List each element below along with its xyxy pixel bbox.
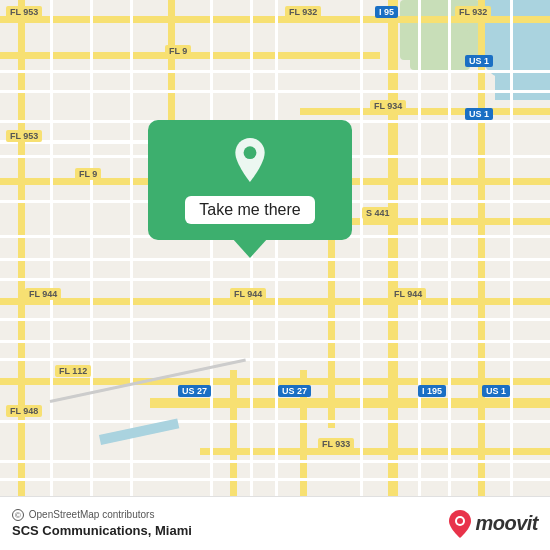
street-v7 xyxy=(360,0,363,500)
moovit-pin-icon xyxy=(449,510,471,538)
label-i95-1: I 95 xyxy=(375,6,398,18)
street-v9 xyxy=(448,0,451,500)
bottom-bar: © OpenStreetMap contributors SCS Communi… xyxy=(0,496,550,550)
label-fl933-1: FL 933 xyxy=(318,438,354,450)
moovit-logo: moovit xyxy=(449,510,538,538)
map-container: FL 953 FL 9 FL 932 FL 932 I 95 US 1 FL 9… xyxy=(0,0,550,550)
label-fl944-1: FL 944 xyxy=(25,288,61,300)
location-label: SCS Communications, Miami xyxy=(12,523,192,538)
location-popup[interactable]: Take me there xyxy=(148,120,352,240)
label-fl948-1: FL 948 xyxy=(6,405,42,417)
street-v8 xyxy=(418,0,421,500)
label-fl934-1: FL 934 xyxy=(370,100,406,112)
label-fl944-2: FL 944 xyxy=(230,288,266,300)
label-us27-1: US 27 xyxy=(178,385,211,397)
moovit-label: moovit xyxy=(475,512,538,535)
location-pin-icon xyxy=(228,138,272,182)
label-s441-1: S 441 xyxy=(362,207,394,219)
bottom-left: © OpenStreetMap contributors SCS Communi… xyxy=(12,509,192,538)
label-fl932-1: FL 932 xyxy=(285,6,321,18)
copyright-symbol: © xyxy=(12,509,24,521)
label-fl112-1: FL 112 xyxy=(55,365,91,377)
label-fl953-1: FL 953 xyxy=(6,6,42,18)
label-fl9-2: FL 9 xyxy=(75,168,101,180)
svg-point-0 xyxy=(244,146,257,159)
road-us1-v xyxy=(478,0,485,500)
street-v1 xyxy=(50,0,53,500)
label-fl944-3: FL 944 xyxy=(390,288,426,300)
street-v3 xyxy=(130,0,133,500)
road-fl953-v xyxy=(18,0,25,500)
attribution-label: OpenStreetMap contributors xyxy=(29,509,155,520)
popup-bubble: Take me there xyxy=(148,120,352,240)
label-fl953-2: FL 953 xyxy=(6,130,42,142)
street-v6 xyxy=(275,0,278,500)
attribution-text: © OpenStreetMap contributors xyxy=(12,509,192,521)
label-us1-1: US 1 xyxy=(465,55,493,67)
street-v10 xyxy=(510,0,513,500)
street-v2 xyxy=(90,0,93,500)
label-us1-3: US 1 xyxy=(482,385,510,397)
label-fl932-2: FL 932 xyxy=(455,6,491,18)
svg-point-2 xyxy=(457,518,463,524)
label-i195-1: I 195 xyxy=(418,385,446,397)
label-fl9-1: FL 9 xyxy=(165,45,191,57)
popup-button[interactable]: Take me there xyxy=(185,196,314,224)
label-us1-2: US 1 xyxy=(465,108,493,120)
street-v4 xyxy=(210,0,213,500)
road-i95-v xyxy=(388,0,398,500)
label-us27-2: US 27 xyxy=(278,385,311,397)
